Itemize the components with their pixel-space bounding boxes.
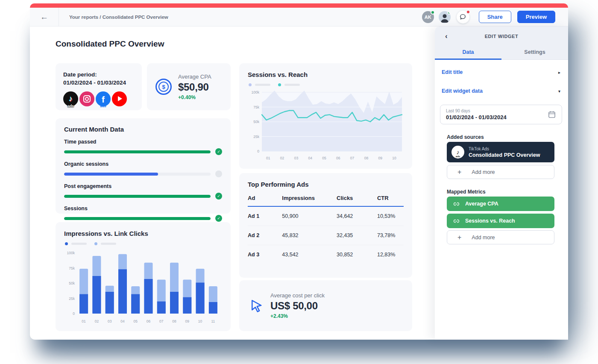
- edit-title-row[interactable]: Edit title ▸: [442, 69, 560, 75]
- topbar: ← Your reports / Consolidated PPC Overvi…: [30, 8, 568, 26]
- progress-fill: [64, 150, 211, 153]
- svg-text:08: 08: [364, 156, 369, 160]
- notification-dot: [466, 10, 470, 14]
- metric-chip[interactable]: Sessions vs. Reach: [447, 214, 554, 228]
- progress-track: [64, 173, 211, 176]
- topbar-actions: AK Share Preview: [417, 11, 568, 23]
- chat-button[interactable]: [457, 11, 469, 23]
- chart-title: Impressions vs. Link Clicks: [64, 230, 222, 237]
- mapped-metrics-list: Average CPA Sessions vs. Reach: [447, 197, 554, 228]
- table-cell: 30,852: [337, 252, 377, 258]
- tab-settings[interactable]: Settings: [501, 46, 568, 59]
- mapped-metrics-label: Mapped Metrics: [447, 189, 486, 195]
- svg-text:01: 01: [266, 156, 270, 160]
- back-arrow-icon: ←: [40, 13, 48, 21]
- add-more-sources-button[interactable]: + Add more: [447, 165, 554, 179]
- preview-button[interactable]: Preview: [517, 11, 555, 23]
- svg-text:06: 06: [147, 319, 151, 323]
- table-cell: 43,542: [282, 252, 337, 258]
- svg-text:11: 11: [211, 319, 215, 323]
- table-cell: 50,900: [282, 213, 337, 219]
- progress-row: Organic sessions: [64, 161, 222, 177]
- metric-chip-label: Sessions vs. Reach: [465, 218, 515, 224]
- panel-header: ‹ EDIT WIDGET: [435, 26, 568, 46]
- table-header-cell: Ad: [248, 195, 282, 201]
- plus-icon: +: [457, 168, 461, 176]
- sessions-reach-card: Sessions vs. Reach 025k50k75k100k0102030…: [239, 63, 412, 169]
- legend-item: [249, 83, 270, 86]
- back-button[interactable]: ←: [30, 8, 59, 26]
- chat-bubble-icon: [459, 13, 466, 21]
- svg-text:02: 02: [280, 156, 284, 160]
- app-window: ← Your reports / Consolidated PPC Overvi…: [30, 3, 568, 340]
- progress-fill: [64, 217, 211, 220]
- progress-label: Sessions: [64, 205, 222, 211]
- progress-row: Post engagements ✓: [64, 183, 222, 200]
- metric-chip[interactable]: Average CPA: [447, 197, 554, 211]
- check-circle-icon: ✓: [215, 193, 222, 200]
- date-period-range: 01/02/2024 - 01/03/2024: [63, 79, 134, 86]
- check-circle-icon: ✓: [215, 148, 222, 155]
- breadcrumb[interactable]: Your reports / Consolidated PPC Overview: [69, 15, 168, 20]
- svg-text:03: 03: [294, 156, 299, 160]
- check-circle-icon: ✓: [215, 215, 222, 222]
- avatar-ak[interactable]: AK: [422, 11, 434, 23]
- date-range-picker[interactable]: Last 90 days 01/02/2024 - 01/03/2024: [440, 105, 562, 124]
- date-range-value: 01/02/2024 - 01/03/2024: [446, 114, 548, 120]
- progress-row: Time passed ✓: [64, 139, 222, 155]
- progress-track: [64, 217, 211, 220]
- cursor-icon: [249, 298, 264, 314]
- progress-label: Time passed: [64, 139, 222, 145]
- table-header-cell: CTR: [377, 195, 404, 201]
- add-more-label: Add more: [472, 235, 495, 241]
- svg-text:25k: 25k: [253, 135, 259, 139]
- dollar-circle-icon: $: [155, 79, 172, 95]
- progress-label: Post engagements: [64, 183, 222, 189]
- panel-back-button[interactable]: ‹: [445, 32, 448, 40]
- table-cell: 73,78%: [377, 232, 404, 238]
- svg-text:0: 0: [257, 149, 259, 153]
- share-button[interactable]: Share: [479, 11, 511, 23]
- section-title: Current Month Data: [64, 126, 222, 133]
- edit-title-label: Edit title: [442, 69, 463, 75]
- chart-legend: [249, 83, 404, 86]
- share-button-label: Share: [487, 14, 503, 20]
- impressions-clicks-card: Impressions vs. Link Clicks 025k50k75k10…: [56, 222, 231, 331]
- calendar-icon: [548, 110, 556, 119]
- legend-line: [255, 84, 270, 86]
- current-month-card: Current Month Data Time passed ✓ Organic…: [56, 118, 231, 214]
- metric-label: Average cost per click: [270, 292, 325, 299]
- edit-widget-data-row[interactable]: Edit widget data ▾: [442, 88, 560, 94]
- source-card[interactable]: ♪ ads TikTok Ads Consolidated PPC Overvi…: [447, 142, 554, 162]
- table-row: Ad 150,90034,64210,53%: [248, 207, 404, 226]
- legend-dot: [278, 83, 281, 86]
- svg-text:01: 01: [82, 319, 86, 323]
- metric-change: +0.40%: [178, 94, 211, 100]
- avatar-initials: AK: [425, 15, 431, 20]
- table-cell: 12,83%: [377, 252, 404, 258]
- table-header-cell: Impressions: [282, 195, 337, 201]
- instagram-icon: [79, 91, 94, 106]
- source-name: Consolidated PPC Overview: [469, 152, 540, 158]
- section-title: Top Performing Ads: [248, 181, 404, 188]
- preview-button-label: Preview: [526, 14, 547, 20]
- table-cell: 10,53%: [377, 213, 404, 219]
- progress-fill: [64, 195, 211, 198]
- caret-down-icon: ▾: [558, 89, 560, 94]
- legend-item: [94, 242, 116, 245]
- plus-icon: +: [457, 234, 461, 241]
- avatar-photo[interactable]: [439, 11, 451, 23]
- svg-text:10: 10: [392, 156, 396, 160]
- tiktok-icon: ♪ ads: [451, 146, 464, 159]
- table-cell: Ad 1: [248, 213, 282, 219]
- metric-change: +2.43%: [270, 313, 325, 319]
- progress-track: [64, 150, 211, 153]
- link-icon: [453, 218, 460, 224]
- sessions-reach-chart: 025k50k75k100k01020304050607080910: [248, 89, 404, 164]
- date-preset-label: Last 90 days: [446, 109, 548, 113]
- svg-text:04: 04: [308, 156, 312, 160]
- tab-data[interactable]: Data: [435, 46, 501, 59]
- add-more-metrics-button[interactable]: + Add more: [447, 230, 554, 244]
- svg-text:08: 08: [172, 319, 176, 323]
- metric-value: $50,90: [178, 81, 211, 93]
